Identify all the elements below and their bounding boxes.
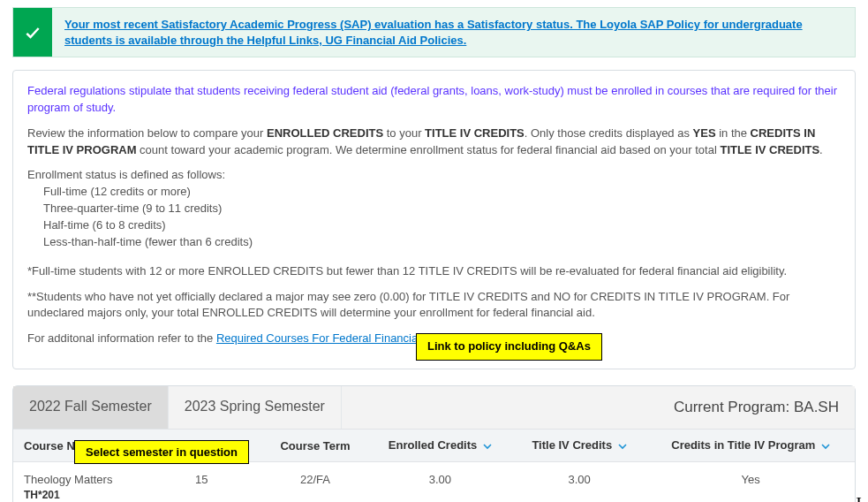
cell-enrolled: 3.00 [368, 462, 512, 502]
review-text: Review the information below to compare … [27, 126, 841, 159]
enrollment-definitions: Enrollment status is defined as follows:… [27, 167, 841, 250]
note-undeclared: **Students who have not yet officially d… [27, 289, 841, 323]
chevron-down-icon [618, 439, 627, 453]
col-enrolled-credits[interactable]: Enrolled Credits [368, 430, 512, 462]
semester-tabs-card: 2022 Fall Semester 2023 Spring Semester … [12, 385, 856, 502]
annotation-policy: Link to policy including Q&As [416, 333, 602, 361]
tabs-row: 2022 Fall Semester 2023 Spring Semester … [13, 386, 855, 429]
cell-inprog: Yes [646, 462, 855, 502]
tab-2022-fall[interactable]: 2022 Fall Semester [13, 386, 169, 429]
course-code: TH*201 [24, 489, 130, 501]
note-fulltime: *Full-time students with 12 or more ENRO… [27, 263, 841, 280]
annotation-semester: Select semester in question [74, 440, 249, 464]
chevron-down-icon [483, 439, 492, 453]
current-program: Current Program: BA.SH [658, 386, 855, 429]
sap-status-banner: Your most recent Satisfactory Academic P… [12, 7, 856, 57]
lead-text: Federal regulations stipulate that stude… [27, 83, 841, 117]
chevron-down-icon [821, 439, 830, 453]
course-title: Theology Matters [24, 473, 130, 486]
col-credits-in-title4-program[interactable]: Credits in Title IV Program [646, 430, 855, 462]
col-title4-credits[interactable]: Title IV Credits [512, 430, 646, 462]
cell-term: 22/FA [262, 462, 368, 502]
cell-section: 15 [140, 462, 262, 502]
cell-title4: 3.00 [512, 462, 646, 502]
tab-2023-spring[interactable]: 2023 Spring Semester [169, 386, 342, 429]
info-panel: Federal regulations stipulate that stude… [12, 70, 856, 369]
table-row: Theology Matters TH*201 15 22/FA 3.00 3.… [13, 462, 855, 502]
checkmark-icon [13, 8, 52, 57]
col-course-term[interactable]: Course Term [262, 430, 368, 462]
text-caret-icon: I [856, 494, 862, 502]
sap-status-link[interactable]: Your most recent Satisfactory Academic P… [52, 8, 855, 57]
